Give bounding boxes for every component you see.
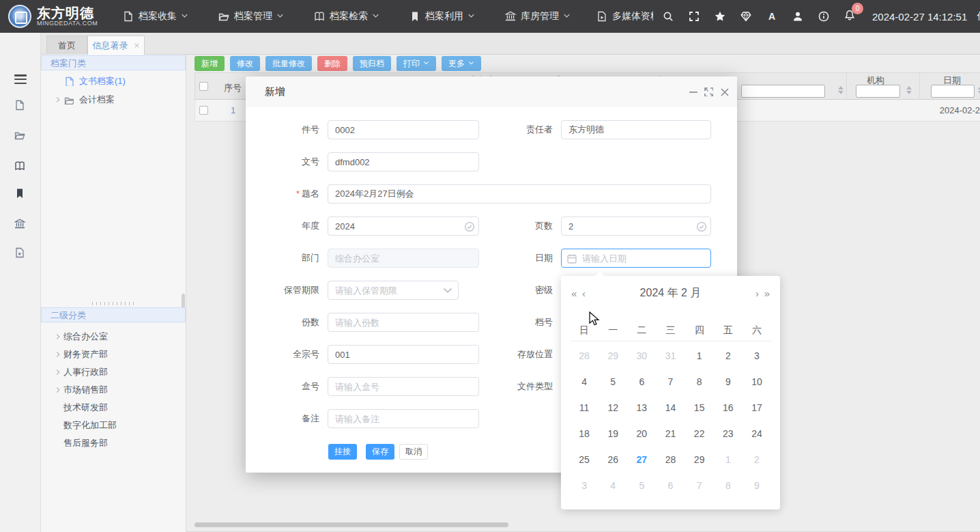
sidebar-subcategory-item[interactable]: 综合办公室 [41, 328, 186, 346]
calendar-day[interactable]: 27 [627, 447, 656, 473]
close-icon[interactable] [134, 40, 140, 51]
calendar-day[interactable]: 15 [685, 395, 714, 421]
fonds-no-input[interactable] [328, 345, 479, 364]
responsible-input[interactable] [561, 120, 711, 139]
add-button[interactable]: 新增 [194, 56, 225, 71]
calendar-day[interactable]: 19 [599, 421, 627, 447]
calendar-day[interactable]: 26 [599, 447, 627, 473]
notifications[interactable]: 0 [844, 10, 856, 24]
title-input[interactable] [328, 184, 711, 204]
star-icon[interactable] [715, 11, 726, 23]
calendar-day[interactable]: 1 [714, 447, 743, 473]
pre-archive-button[interactable]: 预归档 [353, 56, 391, 71]
calendar-day[interactable]: 18 [570, 421, 599, 447]
calendar-day[interactable]: 3 [570, 473, 599, 499]
calendar-day[interactable]: 23 [714, 421, 743, 447]
calendar-day[interactable]: 10 [743, 369, 771, 395]
calendar-day[interactable]: 4 [599, 473, 627, 499]
calendar-day[interactable]: 12 [599, 395, 627, 421]
menu-archive-use[interactable]: 档案利用 [409, 10, 475, 23]
calendar-day[interactable]: 1 [685, 343, 714, 369]
tree-item-accounting-archive[interactable]: 会计档案 [55, 92, 115, 107]
user-greeting[interactable]: 你好 刘思思 [977, 10, 980, 23]
sidebar-subcategory-item[interactable]: 市场销售部 [41, 381, 186, 399]
calendar-day[interactable]: 22 [685, 421, 714, 447]
column-filter-input[interactable] [741, 85, 825, 98]
calendar-day[interactable]: 28 [656, 447, 684, 473]
calendar-day[interactable]: 30 [627, 343, 656, 369]
maximize-icon[interactable] [704, 87, 713, 96]
menu-archive-search[interactable]: 档案检索 [314, 10, 379, 23]
bookmark-icon[interactable] [14, 188, 27, 200]
collapse-menu-icon[interactable] [14, 74, 27, 84]
sidebar-subcategory-item[interactable]: 售后服务部 [41, 434, 186, 452]
calendar-day[interactable]: 21 [656, 421, 684, 447]
book-icon[interactable] [14, 160, 27, 173]
fullscreen-icon[interactable] [689, 11, 700, 23]
menu-warehouse-manage[interactable]: 库房管理 [505, 10, 571, 23]
row-checkbox[interactable] [199, 106, 208, 115]
item-no-input[interactable] [328, 120, 479, 139]
box-no-input[interactable] [328, 377, 479, 396]
sort-control[interactable] [906, 86, 912, 94]
copies-input[interactable] [328, 313, 479, 332]
sort-control[interactable] [838, 86, 844, 94]
panel-resize-handle[interactable] [92, 302, 136, 305]
calendar-day[interactable]: 13 [627, 395, 656, 421]
sidebar-subcategory-item[interactable]: 财务资产部 [41, 346, 186, 363]
info-icon[interactable] [818, 11, 830, 23]
row-seq-link[interactable]: 1 [231, 105, 235, 115]
font-size-icon[interactable] [766, 11, 778, 23]
calendar-day[interactable]: 3 [743, 343, 771, 369]
calendar-day[interactable]: 20 [627, 421, 656, 447]
tab-info-entry[interactable]: 信息著录 [87, 36, 145, 55]
horizontal-scrollbar[interactable] [194, 522, 508, 527]
calendar-day[interactable]: 2 [714, 343, 743, 369]
remarks-input[interactable] [328, 409, 479, 428]
media-file-icon[interactable] [14, 247, 27, 260]
menu-multimedia[interactable]: 多媒体资料 [596, 10, 653, 23]
calendar-day[interactable]: 5 [627, 473, 656, 499]
pages-input[interactable] [561, 216, 711, 236]
next-year-button[interactable]: » [764, 287, 770, 300]
calendar-day[interactable]: 2 [743, 447, 771, 473]
calendar-day[interactable]: 28 [570, 343, 599, 369]
tree-item-document-archive[interactable]: 文书档案(1) [64, 74, 126, 89]
sidebar-subcategory-item[interactable]: 数字化加工部 [41, 417, 186, 434]
calendar-day[interactable]: 31 [656, 343, 684, 369]
attach-button[interactable]: 挂接 [328, 444, 357, 460]
calendar-day[interactable]: 8 [714, 473, 743, 499]
calendar-day[interactable]: 5 [599, 369, 627, 395]
year-input[interactable] [328, 216, 479, 236]
calendar-day[interactable]: 6 [656, 473, 684, 499]
next-month-button[interactable]: › [755, 287, 759, 300]
calendar-day[interactable]: 9 [743, 473, 771, 499]
menu-archive-manage[interactable]: 档案管理 [218, 10, 284, 23]
more-button[interactable]: 更多 [442, 56, 481, 71]
cancel-button[interactable]: 取消 [399, 444, 428, 460]
calendar-day[interactable]: 14 [656, 395, 684, 421]
search-icon[interactable] [663, 11, 674, 23]
calendar-day[interactable]: 24 [743, 421, 771, 447]
select-all-checkbox[interactable] [199, 82, 208, 91]
column-filter-input[interactable] [931, 85, 975, 98]
calendar-day[interactable]: 16 [714, 395, 743, 421]
calendar-day[interactable]: 29 [599, 343, 627, 369]
print-button[interactable]: 打印 [397, 56, 436, 71]
folder-open-icon[interactable] [14, 130, 27, 142]
tab-home[interactable]: 首页 [46, 36, 87, 55]
calendar-day[interactable]: 7 [656, 369, 684, 395]
menu-archive-collect[interactable]: 档案收集 [123, 10, 188, 23]
save-button[interactable]: 保存 [366, 444, 394, 460]
delete-button[interactable]: 删除 [317, 56, 347, 71]
date-input[interactable] [561, 249, 711, 268]
column-filter-input[interactable] [856, 85, 900, 98]
close-icon[interactable] [719, 87, 729, 96]
retention-select[interactable] [328, 281, 459, 300]
gem-icon[interactable] [740, 11, 752, 23]
minimize-icon[interactable] [688, 87, 697, 96]
calendar-day[interactable]: 4 [570, 369, 599, 395]
calendar-day[interactable]: 29 [685, 447, 714, 473]
batch-edit-button[interactable]: 批量修改 [265, 56, 312, 71]
calendar-day[interactable]: 9 [714, 369, 743, 395]
